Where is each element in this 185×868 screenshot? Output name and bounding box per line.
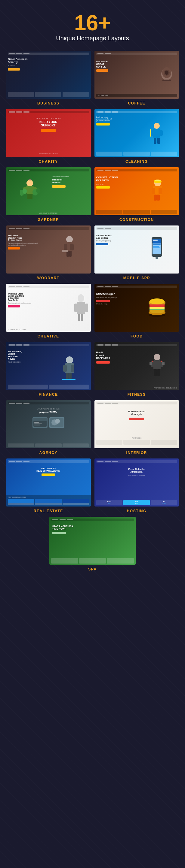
preview-interior: Modern InteriorConcepts WHAT WE DO	[95, 400, 179, 448]
theme-construction[interactable]: CONSTRUCTIONEXPERTS send us to:	[95, 167, 179, 222]
theme-cleaning[interactable]: Book top-ratedprofessionals for allyour …	[95, 109, 179, 164]
preview-coffee: WE MADEGREATCOFFEE	[95, 51, 179, 99]
svg-rect-84	[33, 418, 47, 421]
label-gardner: GARDNER	[37, 218, 59, 222]
preview-food: CheeseBurger With reliable and tasty hol…	[95, 284, 179, 332]
preview-agency: MULTIPURPOSE THEME purpose ThEMe	[6, 400, 91, 448]
svg-rect-68	[71, 365, 74, 372]
svg-rect-73	[153, 360, 161, 369]
page-header: 16+ Unique Homepage Layouts	[6, 6, 179, 51]
svg-rect-15	[27, 194, 30, 199]
theme-creative[interactable]: We Belive GreatDesign Can Makea Good Ide…	[6, 284, 91, 338]
svg-rect-9	[154, 138, 156, 144]
themes-grid: Grow BusinessSmartly BUSINESS BUSINESS	[6, 51, 179, 571]
svg-point-65	[66, 356, 73, 364]
svg-rect-28	[154, 194, 157, 200]
svg-rect-29	[157, 194, 160, 200]
theme-gardner[interactable]: Extend Your Home with a BeautifulGarden …	[6, 167, 91, 222]
svg-rect-6	[153, 129, 160, 138]
svg-point-58	[150, 299, 164, 305]
theme-spa[interactable]: START YOUR SPATIME NOW! SPA	[6, 517, 179, 571]
svg-rect-46	[153, 249, 159, 250]
svg-rect-11	[150, 129, 151, 136]
theme-woodart[interactable]: We CreateWooden FloorOf Your Home We des…	[6, 225, 91, 280]
preview-gardner: Extend Your Home with a BeautifulGarden …	[6, 167, 91, 215]
preview-cleaning: Book top-ratedprofessionals for allyour …	[95, 109, 179, 157]
svg-rect-44	[153, 246, 159, 247]
svg-rect-16	[30, 194, 32, 199]
header-subtitle: Unique Homepage Layouts	[6, 35, 179, 42]
svg-rect-27	[159, 188, 162, 194]
svg-rect-10	[157, 138, 160, 144]
label-construction: CONSTRUCTION	[120, 218, 154, 222]
theme-agency[interactable]: MULTIPURPOSE THEME purpose ThEMe	[6, 400, 91, 455]
label-cleaning: CLEANING	[126, 159, 148, 164]
svg-rect-86	[34, 423, 42, 424]
label-fitness: FITNESS	[128, 393, 146, 397]
preview-business: Grow BusinessSmartly BUSINESS	[6, 51, 91, 99]
theme-food[interactable]: CheeseBurger With reliable and tasty hol…	[95, 284, 179, 338]
label-woodart: WOODART	[37, 276, 59, 280]
theme-mobileapp[interactable]: Small BusinessApp Builder Create your ap…	[95, 225, 179, 280]
svg-rect-8	[160, 130, 163, 136]
svg-rect-53	[81, 314, 83, 321]
svg-point-50	[78, 294, 84, 302]
svg-rect-77	[162, 362, 164, 365]
svg-rect-85	[34, 422, 39, 423]
theme-finance[interactable]: We ProvidingExpertFinancialAdvice WHAT W…	[6, 342, 91, 397]
theme-coffee[interactable]: WE MADEGREATCOFFEE	[95, 51, 179, 105]
svg-rect-7	[151, 130, 154, 136]
svg-rect-78	[154, 369, 157, 376]
theme-hosting[interactable]: Easy. Reliable.Affordable. Web hosting f…	[95, 459, 179, 513]
label-business: BUSINESS	[37, 101, 59, 105]
svg-rect-81	[161, 361, 162, 362]
svg-point-91	[55, 419, 60, 424]
svg-rect-87	[34, 425, 40, 426]
svg-rect-2	[162, 80, 171, 81]
svg-rect-55	[85, 304, 88, 312]
label-finance: FINANCE	[39, 393, 58, 397]
svg-point-4	[165, 70, 168, 75]
layout-count: 16+	[6, 12, 179, 34]
svg-rect-45	[153, 247, 160, 248]
svg-rect-48	[156, 257, 158, 257]
svg-point-32	[66, 236, 73, 243]
svg-rect-26	[152, 188, 155, 194]
theme-charity[interactable]: BEST CHARITY THEME NEED YOURSUPPORT HOW …	[6, 109, 91, 164]
theme-interior[interactable]: Modern InteriorConcepts WHAT WE DO INTER…	[95, 400, 179, 455]
svg-rect-69	[66, 373, 69, 379]
label-spa: SPA	[88, 567, 97, 571]
theme-realestate[interactable]: WELCOME TOREAL ESTATE AGENCY FEATURED PR…	[6, 459, 91, 513]
preview-finance: We ProvidingExpertFinancialAdvice WHAT W…	[6, 342, 91, 390]
preview-mobileapp: Small BusinessApp Builder Create your ap…	[95, 225, 179, 274]
preview-construction: CONSTRUCTIONEXPERTS send us to:	[95, 167, 179, 215]
label-realestate: REAL ESTATE	[34, 509, 63, 513]
label-agency: AGENCY	[39, 451, 57, 455]
label-coffee: COFFEE	[128, 101, 145, 105]
svg-rect-71	[62, 379, 76, 380]
page-wrapper: 16+ Unique Homepage Layouts Grow Busines…	[6, 6, 179, 571]
svg-point-12	[26, 180, 33, 186]
theme-fitness[interactable]: HeatHPoweRHAPPINESS	[95, 342, 179, 397]
svg-point-64	[150, 310, 164, 313]
theme-business[interactable]: Grow BusinessSmartly BUSINESS BUSINESS	[6, 51, 91, 105]
svg-rect-23	[29, 179, 31, 181]
preview-spa: START YOUR SPATIME NOW!	[49, 517, 136, 565]
svg-rect-59	[150, 305, 164, 307]
preview-creative: We Belive GreatDesign Can Makea Good Ide…	[6, 284, 91, 332]
svg-point-5	[154, 123, 160, 129]
label-charity: CHARITY	[39, 159, 58, 164]
label-interior: INTERIOR	[126, 451, 147, 455]
svg-point-47	[156, 257, 158, 259]
svg-rect-60	[150, 307, 164, 309]
preview-realestate: WELCOME TOREAL ESTATE AGENCY FEATURED PR…	[6, 459, 91, 506]
svg-rect-37	[69, 251, 72, 257]
label-hosting: HOSTING	[127, 509, 147, 513]
svg-rect-52	[78, 314, 80, 321]
svg-point-31	[155, 180, 161, 181]
preview-hosting: Easy. Reliable.Affordable. Web hosting f…	[95, 459, 179, 506]
svg-rect-51	[77, 302, 85, 314]
preview-woodart: We CreateWooden FloorOf Your Home We des…	[6, 225, 91, 274]
label-mobileapp: MOBILE APP	[123, 276, 150, 280]
svg-rect-38	[62, 250, 68, 252]
